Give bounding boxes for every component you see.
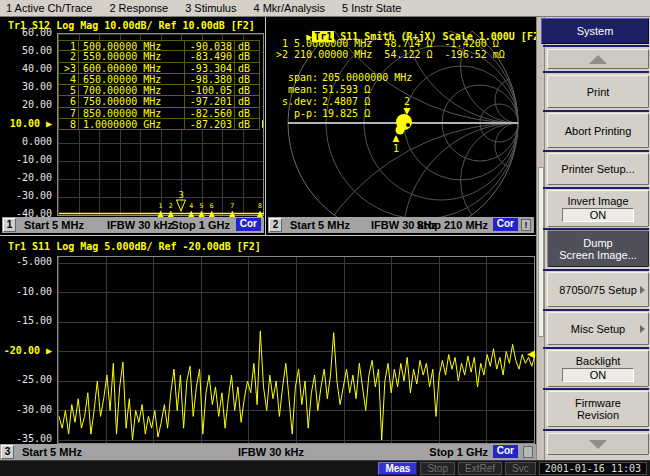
marker-cell: -93.304 [184,63,234,74]
stat-value: 2.4807 Ω [322,96,370,107]
marker-cell: dB [234,51,260,62]
panel3-y-label: -5.000 [2,256,52,267]
stat-key: mean: [276,84,318,95]
panel3-spare-badge [523,446,533,458]
svg-text:5: 5 [199,202,203,210]
smith-marker1-label: 1 [393,143,399,154]
down-arrow-icon [589,440,607,449]
marker-cell: 550.00000 MHz [78,51,184,62]
menu-scroll-down-button[interactable] [547,433,649,455]
smith-marker1-icon [393,135,400,142]
svc-status-badge: Svc [505,462,536,475]
marker-cell: dB [234,63,260,74]
printer-setup-button[interactable]: Printer Setup... [547,153,649,185]
stat-value: 19.825 Ω [322,108,370,119]
backlight-toggle[interactable]: Backlight ON [547,350,649,387]
datetime-display: 2001-01-16 11:03 [539,462,647,475]
up-arrow-icon [589,55,607,64]
marker-cell: -97.201 [184,96,234,107]
marker-cell: 8 [58,119,78,130]
panel2-cor-badge: Cor [493,218,518,231]
stat-value: 205.0000000 MHz [322,72,412,83]
stat-key: p-p: [276,108,318,119]
marker-table-row: 81.0000000 GHz-87.203dB [58,119,262,130]
svg-text:8: 8 [258,202,262,210]
marker-table-row: 5700.00000 MHz-100.05dB [58,85,262,96]
panel1-y-label: 30.00 [2,81,52,92]
panel3-y-label: -30.00 [2,404,52,415]
setup-87050-button[interactable]: 87050/75 Setup [547,272,649,307]
menu-stimulus[interactable]: 3 Stimulus [185,2,236,14]
submenu-arrow-icon [640,286,645,294]
extref-status-badge: ExtRef [458,462,502,475]
dump-screen-image-button[interactable]: DumpScreen Image... [547,230,649,267]
panel3-start-freq: Start 5 MHz [22,446,82,458]
marker-cell: 2 [58,51,78,62]
menu-instr-state[interactable]: 5 Instr State [342,2,401,14]
panel2-stat-line: span:205.0000000 MHz [276,72,412,83]
svg-text:6: 6 [210,202,214,210]
panel1-marker-table: 1500.00000 MHz-90.038dB2550.00000 MHz-83… [58,40,262,130]
panel1-cor-badge: Cor [236,218,261,231]
invert-image-state: ON [562,208,634,222]
marker-table-row: >3600.00000 MHz-93.304dB [58,63,262,74]
status-bar: Meas Stop ExtRef Svc 2001-01-16 11:03 [0,460,650,476]
marker-cell: 700.00000 MHz [78,85,184,96]
panel1-y-label: -20.00 [2,172,52,183]
marker-cell: dB [234,85,260,96]
marker-table-row: 6750.00000 MHz-97.201dB [58,96,262,107]
marker-cell: dB [234,119,260,130]
marker-cell: 4 [58,74,78,85]
panel1-stop-freq: Stop 1 GHz [171,219,230,231]
abort-printing-button[interactable]: Abort Printing [547,113,649,148]
panel2-stat-line: s.dev:2.4807 Ω [276,96,370,107]
marker-cell: -82.560 [184,108,234,119]
panel1-y-label: -10.00 [2,154,52,165]
stat-key: span: [276,72,318,83]
panel3-stop-freq: Stop 1 GHz [429,446,488,458]
marker-cell: 7 [58,108,78,119]
marker-table-row: 7850.00000 MHz-82.560dB [58,108,262,119]
marker-cell: dB [234,108,260,119]
panel3-y-label: -10.00 [2,286,52,297]
menu-mkr-analysis[interactable]: 4 Mkr/Analysis [253,2,325,14]
marker-cell: -83.490 [184,51,234,62]
print-button[interactable]: Print [547,75,649,108]
menu-scrollbar [537,17,545,460]
marker-cell: 500.00000 MHz [78,40,184,51]
stop-status-badge: Stop [420,462,455,475]
smith-marker2-label: 2 [404,96,410,107]
marker-cell: dB [234,40,260,51]
marker-cell: >3 [58,63,78,74]
panel2-stat-line: mean:51.593 Ω [276,84,370,95]
panel2-status-bar: 2 Start 5 MHz IFBW 30 kHz Stop 210 MHz C… [268,217,534,233]
marker-table-row: 1500.00000 MHz-90.038dB [58,40,262,51]
panel3-trace-svg [58,257,536,445]
invert-image-toggle[interactable]: Invert Image ON [547,190,649,227]
svg-text:4: 4 [189,202,193,210]
marker-cell: 5 [58,85,78,96]
panel3-ifbw: IFBW 30 kHz [238,446,304,458]
panel3-title: Tr1 S11 Log Mag 5.000dB/ Ref -20.00dB [F… [8,241,261,252]
menu-response[interactable]: 2 Response [109,2,168,14]
meas-status-badge: Meas [378,462,417,475]
marker-cell: 1 [58,40,78,51]
svg-text:1: 1 [158,202,162,210]
marker-cell: dB [234,74,260,85]
panel1-y-label: 10.00 ▶ [2,118,52,129]
stat-value: 51.593 Ω [322,84,370,95]
marker-cell: -87.203 [184,119,234,130]
menu-scroll-up-button[interactable] [547,49,649,69]
panel1-status-bar: 1 Start 5 MHz IFBW 30 kHz Stop 1 GHz Cor [2,217,264,233]
misc-setup-button[interactable]: Misc Setup [547,312,649,345]
panel3-cor-badge: Cor [493,445,518,458]
panel1-start-freq: Start 5 MHz [24,219,84,231]
firmware-revision-button[interactable]: FirmwareRevision [547,391,649,427]
panel1-y-label: 20.00 [2,99,52,110]
marker-cell: 600.00000 MHz [78,63,184,74]
panel1-y-label: 0.000 [2,136,52,147]
panel1-y-label: 60.00 [2,27,52,38]
panel3-channel-number: 3 [1,445,14,459]
menu-active-ch-trace[interactable]: 1 Active Ch/Trace [6,2,92,14]
menu-scrollbar-thumb [538,167,544,337]
